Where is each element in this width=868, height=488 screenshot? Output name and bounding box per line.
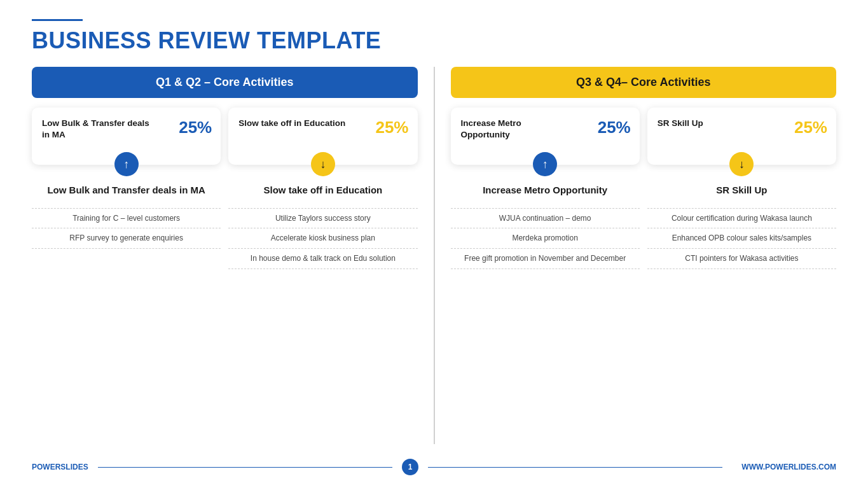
vertical-divider	[434, 67, 435, 444]
footer-line-left	[98, 467, 392, 468]
header: BUSINESS REVIEW TEMPLATE	[32, 19, 836, 54]
list-item: CTI pointers for Wakasa activities	[647, 249, 836, 269]
main-content: Q1 & Q2 – Core Activities Low Bulk & Tra…	[32, 67, 836, 444]
list-item: Utilize Taylors success story	[228, 208, 417, 229]
right-cards-row: Increase Metro Opportunity 25% SR Skill …	[451, 108, 837, 165]
right-panel: Q3 & Q4– Core Activities Increase Metro …	[451, 67, 837, 444]
arrow-up-icon	[123, 158, 129, 171]
list-item: WJUA continuation – demo	[451, 208, 640, 229]
left-item-1-list: Training for C – level customers RFP sur…	[32, 208, 221, 249]
right-card-2-percent: 25%	[794, 118, 827, 137]
list-item: RFP survey to generate enquiries	[32, 228, 221, 249]
footer-brand-black: POWER	[32, 463, 60, 471]
right-item-col-1: Increase Metro Opportunity WJUA continua…	[451, 184, 640, 444]
header-accent-line	[32, 19, 83, 21]
right-item-1-list: WJUA continuation – demo Merdeka promoti…	[451, 208, 640, 269]
left-panel: Q1 & Q2 – Core Activities Low Bulk & Tra…	[32, 67, 418, 444]
list-item: Free gift promotion in November and Dece…	[451, 249, 640, 269]
right-card-2-title: SR Skill Up	[658, 118, 767, 129]
right-item-col-2: SR Skill Up Colour certification during …	[647, 184, 836, 444]
footer-brand-blue: SLIDES	[60, 463, 88, 471]
footer-line-right	[428, 467, 722, 468]
right-card-1-icon	[533, 152, 557, 176]
left-panel-header: Q1 & Q2 – Core Activities	[32, 67, 418, 98]
list-item: Enhanced OPB colour sales kits/samples	[647, 228, 836, 249]
title-black: BUSINESS REVIEW	[32, 27, 257, 53]
right-card-2: SR Skill Up 25%	[647, 108, 836, 165]
right-item-1-title: Increase Metro Opportunity	[483, 184, 607, 197]
left-items-row: Low Bulk and Transfer deals in MA Traini…	[32, 184, 418, 444]
left-cards-row: Low Bulk & Transfer deals in MA 25% Slow…	[32, 108, 418, 165]
left-item-2-title: Slow take off in Education	[264, 184, 383, 197]
left-card-2-icon	[311, 152, 335, 176]
left-card-1: Low Bulk & Transfer deals in MA 25%	[32, 108, 221, 165]
list-item: Training for C – level customers	[32, 208, 221, 229]
left-card-2-percent: 25%	[375, 118, 408, 137]
left-card-2: Slow take off in Education 25%	[228, 108, 417, 165]
left-item-col-1: Low Bulk and Transfer deals in MA Traini…	[32, 184, 221, 444]
arrow-down-icon	[739, 158, 745, 171]
left-card-1-icon	[114, 152, 139, 176]
right-card-1-title: Increase Metro Opportunity	[461, 118, 570, 140]
right-item-2-title: SR Skill Up	[716, 184, 767, 197]
list-item: Accelerate kiosk business plan	[228, 228, 417, 249]
right-card-1: Increase Metro Opportunity 25%	[451, 108, 640, 165]
left-card-1-percent: 25%	[179, 118, 212, 137]
arrow-down-icon	[320, 158, 326, 171]
right-item-2-list: Colour certification during Wakasa launc…	[647, 208, 836, 269]
title-blue: TEMPLATE	[257, 27, 381, 53]
footer-brand: POWERSLIDES	[32, 463, 88, 471]
arrow-up-icon	[542, 158, 548, 171]
footer-url: WWW.POWERLIDES.COM	[741, 463, 836, 471]
footer: POWERSLIDES 1 WWW.POWERLIDES.COM	[32, 454, 836, 475]
right-card-2-icon	[729, 152, 754, 176]
left-item-col-2: Slow take off in Education Utilize Taylo…	[228, 184, 417, 444]
footer-page-number: 1	[402, 459, 418, 475]
left-item-2-list: Utilize Taylors success story Accelerate…	[228, 208, 417, 269]
left-item-1-title: Low Bulk and Transfer deals in MA	[47, 184, 205, 197]
left-card-2-title: Slow take off in Education	[238, 118, 348, 129]
list-item: Merdeka promotion	[451, 228, 640, 249]
page-title: BUSINESS REVIEW TEMPLATE	[32, 27, 836, 54]
right-card-1-percent: 25%	[598, 118, 631, 137]
list-item: Colour certification during Wakasa launc…	[647, 208, 836, 229]
left-card-1-title: Low Bulk & Transfer deals in MA	[42, 118, 151, 140]
right-panel-header: Q3 & Q4– Core Activities	[451, 67, 837, 98]
list-item: In house demo & talk track on Edu soluti…	[228, 249, 417, 269]
right-items-row: Increase Metro Opportunity WJUA continua…	[451, 184, 837, 444]
